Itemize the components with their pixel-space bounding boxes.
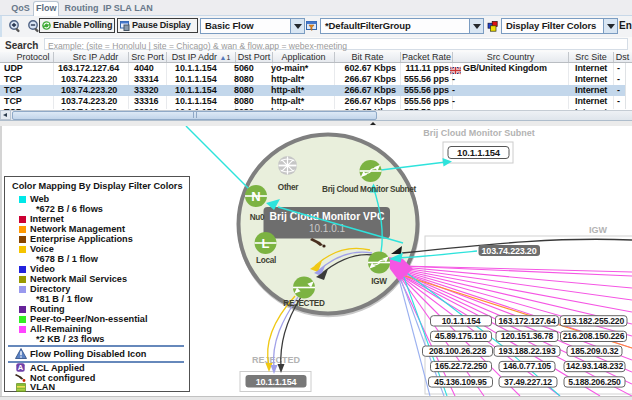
- svg-text:10.1.1.154: 10.1.1.154: [457, 147, 501, 158]
- svg-text:113.182.255.220: 113.182.255.220: [563, 316, 624, 326]
- svg-text:Brij Cloud Monitor VPC: Brij Cloud Monitor VPC: [270, 211, 385, 222]
- svg-text:Nu0: Nu0: [250, 213, 265, 222]
- svg-text:IGW: IGW: [371, 277, 387, 286]
- svg-text:45.89.175.110: 45.89.175.110: [435, 331, 487, 341]
- svg-text:Other: Other: [278, 183, 299, 192]
- svg-text:A: A: [18, 363, 24, 372]
- svg-text:45.136.109.95: 45.136.109.95: [434, 377, 487, 387]
- svg-text:163.172.127.64: 163.172.127.64: [499, 316, 556, 326]
- svg-text:L: L: [262, 236, 270, 251]
- svg-text:185.209.0.32: 185.209.0.32: [571, 346, 619, 356]
- svg-text:103.74.223.20: 103.74.223.20: [482, 246, 537, 256]
- svg-text:N: N: [251, 189, 260, 204]
- svg-text:142.93.148.232: 142.93.148.232: [566, 361, 623, 371]
- svg-text:Brij Cloud Monitor Subnet: Brij Cloud Monitor Subnet: [423, 128, 535, 138]
- svg-text:208.100.26.228: 208.100.26.228: [429, 346, 486, 356]
- svg-text:REJECTED: REJECTED: [252, 355, 301, 365]
- svg-text:5.188.206.250: 5.188.206.250: [568, 377, 621, 387]
- svg-text:146.0.77.105: 146.0.77.105: [503, 361, 551, 371]
- svg-text:10.1.1.154: 10.1.1.154: [256, 377, 297, 387]
- svg-text:REJECTED: REJECTED: [283, 299, 325, 308]
- svg-text:Local: Local: [256, 256, 276, 265]
- svg-text:120.151.36.78: 120.151.36.78: [501, 331, 554, 341]
- svg-text:216.208.150.226: 216.208.150.226: [563, 331, 625, 341]
- svg-text:IGW: IGW: [589, 225, 608, 235]
- svg-text:10.1.1.154: 10.1.1.154: [442, 316, 481, 326]
- svg-text:37.49.227.12: 37.49.227.12: [504, 377, 552, 387]
- svg-text:193.188.22.193: 193.188.22.193: [499, 346, 556, 356]
- svg-text:165.22.72.250: 165.22.72.250: [435, 361, 488, 371]
- svg-text:Brij Cloud Monitor Subnet: Brij Cloud Monitor Subnet: [322, 185, 416, 194]
